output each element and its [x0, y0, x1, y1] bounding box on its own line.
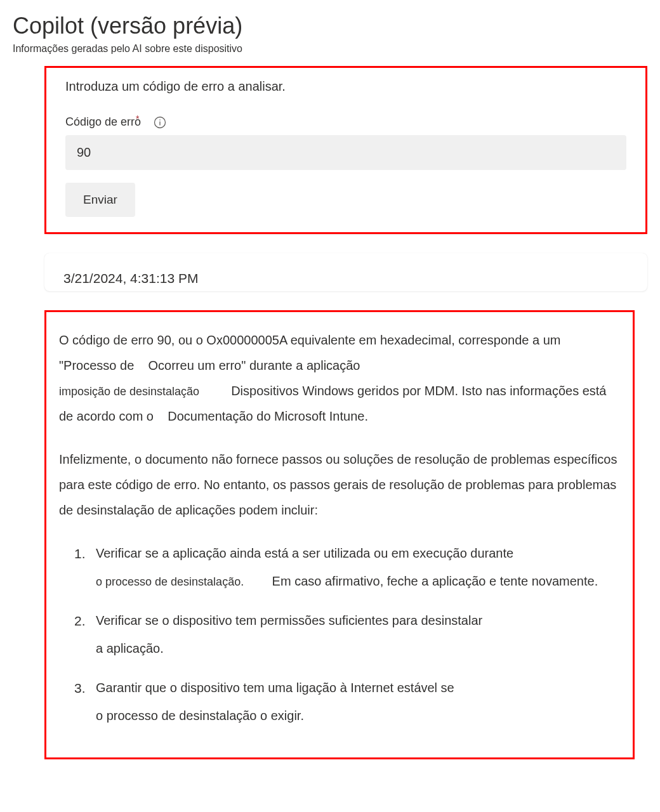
required-indicator: * [136, 114, 139, 124]
error-code-label-text: Código de erro [65, 115, 141, 128]
response-highlight-box: O código de erro 90, ou o Ox00000005A eq… [44, 310, 635, 759]
error-input-card: Introduza um código de erro a analisar. … [44, 66, 647, 234]
step1-line2a: o processo de desinstalação. [96, 575, 244, 588]
step1-line2b: Em caso afirmativo, feche a aplicação e … [272, 574, 598, 588]
response-paragraph-2: Infelizmente, o documento não fornece pa… [59, 447, 620, 523]
response-paragraph-1: O código de erro 90, ou o Ox00000005A eq… [59, 327, 620, 429]
step1-line1: Verificar se a aplicação ainda está a se… [96, 546, 513, 560]
error-code-label: Código de erro* [65, 115, 145, 129]
submit-button[interactable]: Enviar [65, 183, 135, 217]
error-code-input[interactable] [65, 135, 626, 170]
list-item: Garantir que o dispositivo tem uma ligaç… [96, 675, 620, 728]
error-input-highlight-box: Introduza um código de erro a analisar. … [44, 66, 647, 234]
response-card: 3/21/2024, 4:31:13 PM [44, 253, 647, 291]
list-item: Verificar se a aplicação ainda está a se… [96, 540, 620, 594]
resp-p1-c: imposição de desinstalação [59, 385, 199, 398]
resp-p1-e: Documentação do Microsoft Intune. [168, 409, 368, 423]
page-title: Copilot (versão prévia) [13, 13, 647, 39]
field-label-row: Código de erro* [65, 115, 626, 129]
response-timestamp: 3/21/2024, 4:31:13 PM [63, 271, 628, 286]
info-icon[interactable] [154, 116, 166, 129]
page-subtitle: Informações geradas pelo AI sobre este d… [13, 43, 647, 55]
step3-line2: o processo de desinstalação o exigir. [96, 703, 620, 728]
step3-line1: Garantir que o dispositivo tem uma ligaç… [96, 681, 454, 695]
resp-p1-b: Ocorreu um erro" durante a aplicação [148, 358, 360, 372]
list-item: Verificar se o dispositivo tem permissõe… [96, 608, 620, 661]
step2-line1: Verificar se o dispositivo tem permissõe… [96, 613, 482, 627]
step2-line2: a aplicação. [96, 636, 620, 661]
troubleshoot-steps-list: Verificar se a aplicação ainda está a se… [59, 540, 620, 728]
input-instruction: Introduza um código de erro a analisar. [65, 79, 626, 94]
svg-point-2 [159, 119, 161, 121]
